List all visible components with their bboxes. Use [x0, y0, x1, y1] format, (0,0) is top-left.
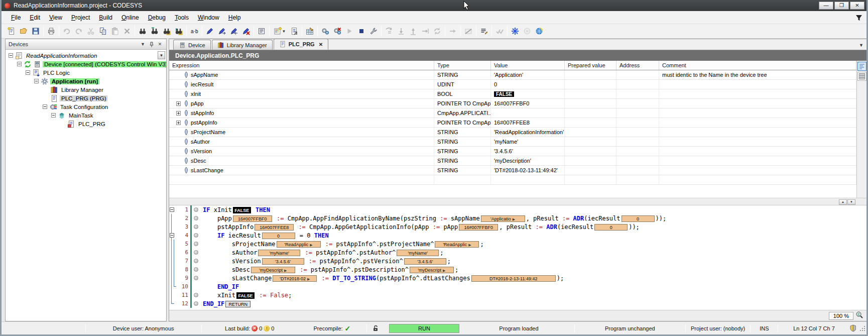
export-button[interactable]: [288, 25, 300, 37]
code-line-4[interactable]: 4 IF iecResult0 = 0 THEN: [169, 231, 866, 240]
inline-value-badge[interactable]: 'myName': [258, 250, 300, 256]
watch-row-sDesc[interactable]: sDescSTRING'myDescription': [169, 156, 856, 166]
breakpoint-margin[interactable]: [192, 276, 200, 280]
expression-cell[interactable]: sDesc: [169, 156, 434, 165]
input-assistant-button[interactable]: a·b: [188, 25, 200, 37]
column-header-expression[interactable]: Expression: [169, 61, 434, 70]
filter-icon[interactable]: [855, 14, 862, 23]
expression-cell[interactable]: sAppName: [169, 70, 434, 79]
expression-cell[interactable]: xInit: [169, 89, 434, 98]
inline-value-badge[interactable]: 0: [262, 233, 295, 239]
code-text[interactable]: sVersion'3.4.5.6' := pstAppInfo^.pstVers…: [200, 258, 451, 265]
table-view-button[interactable]: [857, 72, 866, 81]
menu-edit[interactable]: Edit: [25, 12, 45, 23]
replace-button[interactable]: [149, 25, 161, 37]
breakpoint-bullet-icon[interactable]: [194, 293, 198, 297]
inline-value-badge[interactable]: DT#2018-2-13-11:49:42: [471, 275, 556, 282]
build-button[interactable]: [304, 25, 316, 37]
expression-cell[interactable]: pApp: [169, 99, 434, 108]
code-line-12[interactable]: 12END_IFRETURN: [169, 299, 866, 308]
tree-expander-icon[interactable]: [26, 70, 30, 75]
find-button[interactable]: [137, 25, 149, 37]
panel-close-icon[interactable]: ✕: [156, 40, 164, 48]
watch-row-sAppName[interactable]: sAppNameSTRING'Application'must identic …: [169, 70, 856, 80]
code-line-9[interactable]: 9 sLastChange'DT#2018-02▶ := DT_TO_STRIN…: [169, 274, 866, 282]
logout-button[interactable]: [331, 25, 343, 37]
menu-debug[interactable]: Debug: [144, 12, 170, 23]
breakpoint-bullet-icon[interactable]: [194, 276, 198, 280]
inline-value-badge[interactable]: 'myDescript▶: [251, 267, 295, 273]
tree-expander-icon[interactable]: [9, 53, 13, 58]
watch-row-xInit[interactable]: xInitBOOLFALSE: [169, 89, 856, 99]
code-line-10[interactable]: 10 END_IF: [169, 282, 866, 291]
tree-item-library-manager[interactable]: Library Manager: [6, 85, 166, 94]
value-cell[interactable]: 16#007FFEE8: [491, 118, 565, 127]
column-header-address[interactable]: Address: [616, 61, 659, 70]
value-cell[interactable]: 'DT#2018-02-13-11:49:42': [491, 166, 565, 175]
breakpoint-margin[interactable]: [192, 250, 200, 255]
tree-item-readapplicationinformation[interactable]: ReadApplicationInformation: [6, 51, 166, 60]
tree-expander-icon[interactable]: [51, 113, 56, 118]
panel-dropdown-icon[interactable]: ▼: [139, 40, 147, 48]
code-text[interactable]: xInitFALSE := False;: [200, 292, 292, 299]
column-header-value[interactable]: Value: [491, 61, 565, 70]
tree-item-task-configuration[interactable]: Task Configuration: [6, 102, 166, 111]
open-project-button[interactable]: [18, 25, 30, 37]
new-object-button[interactable]: ▼: [271, 25, 288, 37]
value-cell[interactable]: [491, 108, 565, 118]
code-line-11[interactable]: 11 xInitFALSE := False;: [169, 291, 866, 299]
menu-project[interactable]: Project: [67, 12, 94, 23]
breakpoint-bullet-icon[interactable]: [194, 242, 198, 246]
code-text[interactable]: sDesc'myDescript▶ := pstAppInfo^.pstDesc…: [200, 266, 458, 273]
menu-build[interactable]: Build: [94, 12, 117, 23]
fold-margin[interactable]: [169, 231, 177, 240]
breakpoint-margin[interactable]: [192, 225, 200, 229]
watch-row-stAppInfo[interactable]: stAppInfoCmpApp.APPLICATI...: [169, 108, 856, 118]
code-line-2[interactable]: 2 pApp16#007FFBF0 := CmpApp.AppFindAppli…: [169, 214, 866, 222]
code-text[interactable]: pApp16#007FFBF0 := CmpApp.AppFindApplica…: [200, 215, 666, 222]
copy-button[interactable]: [97, 25, 109, 37]
new-project-button[interactable]: [6, 25, 18, 37]
save-project-button[interactable]: [30, 25, 42, 37]
value-cell[interactable]: 'ReadApplicationInformation': [491, 128, 565, 137]
print-button[interactable]: [45, 25, 57, 37]
breakpoint-bullet-icon[interactable]: [194, 225, 198, 229]
breakpoint-bullet-icon[interactable]: [194, 259, 198, 263]
tree-item-device-connected-codesys-control-win-v3[interactable]: Device [connected] (CODESYS Control Win …: [6, 60, 166, 68]
tree-filter-dropdown[interactable]: ▼: [158, 51, 165, 59]
breakpoint-margin[interactable]: [192, 233, 200, 238]
value-cell[interactable]: FALSE: [491, 89, 565, 98]
expression-cell[interactable]: iecResult: [169, 80, 434, 89]
tab-overflow-icon[interactable]: ▼: [859, 43, 863, 48]
value-cell[interactable]: 0: [491, 80, 565, 89]
zoom-magnifier-icon[interactable]: [855, 311, 863, 321]
bookmark-previous-button[interactable]: [228, 25, 240, 37]
code-line-7[interactable]: 7 sVersion'3.4.5.6' := pstAppInfo^.pstVe…: [169, 257, 866, 265]
breakpoint-margin[interactable]: [192, 207, 200, 212]
bookmark-next-button[interactable]: [216, 25, 228, 37]
column-header-comment[interactable]: Comment: [659, 61, 856, 70]
login-button[interactable]: [319, 25, 331, 37]
code-editor[interactable]: 1IF xInitFALSE THEN2 pApp16#007FFBF0 := …: [169, 205, 866, 310]
breakpoint-margin[interactable]: [192, 259, 200, 263]
splitter-down-icon[interactable]: ▼: [847, 199, 855, 205]
inline-value-badge[interactable]: 'myName': [397, 250, 439, 256]
find-in-project-button[interactable]: [161, 25, 173, 37]
expression-cell[interactable]: sAuthor: [169, 137, 434, 146]
expression-cell[interactable]: sVersion: [169, 147, 434, 156]
inline-value-badge[interactable]: 'Applicatio▶: [481, 215, 525, 222]
inline-value-badge[interactable]: 'ReadApplic▶: [435, 241, 479, 248]
breakpoint-margin[interactable]: [192, 216, 200, 220]
watch-row-sLastChange[interactable]: sLastChangeSTRING'DT#2018-02-13-11:49:42…: [169, 166, 856, 175]
tab-plc_prg[interactable]: PLC_PRG✕: [274, 39, 328, 50]
expand-icon[interactable]: [176, 121, 181, 125]
inline-value-badge[interactable]: FALSE: [233, 207, 251, 213]
breakpoint-bullet-icon[interactable]: [194, 301, 198, 306]
code-text[interactable]: pstAppInfo16#007FFEE8 := CmpApp.AppGetAp…: [200, 223, 640, 231]
editor-splitter[interactable]: ▲ ▼: [169, 198, 866, 205]
code-text[interactable]: sProjectName'ReadApplic▶ := pstAppInfo^.…: [200, 241, 484, 248]
tab-close-icon[interactable]: ✕: [319, 42, 323, 47]
expression-cell[interactable]: sProjectName: [169, 128, 434, 137]
minimize-button[interactable]: —: [819, 2, 833, 10]
inline-value-badge[interactable]: 16#007FFBF0: [233, 215, 272, 222]
